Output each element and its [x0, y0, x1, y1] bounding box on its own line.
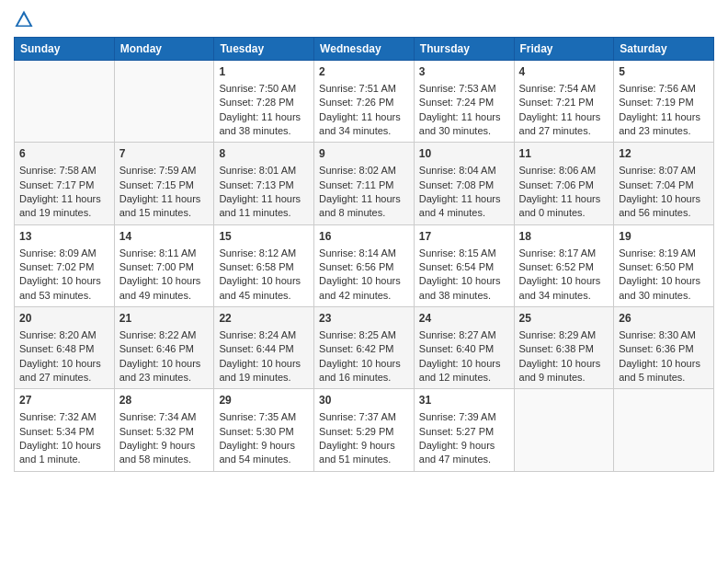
- day-number: 14: [119, 229, 210, 245]
- day-info: Sunrise: 8:17 AM: [519, 247, 609, 260]
- calendar-cell: 14Sunrise: 8:11 AMSunset: 7:00 PMDayligh…: [114, 224, 214, 306]
- calendar-cell: 21Sunrise: 8:22 AMSunset: 6:46 PMDayligh…: [114, 307, 214, 389]
- day-info: Daylight: 10 hours and 16 minutes.: [319, 357, 409, 385]
- day-info: Sunrise: 8:19 AM: [619, 247, 709, 260]
- day-info: Sunset: 5:29 PM: [319, 425, 409, 439]
- day-header-saturday: Saturday: [614, 38, 714, 61]
- day-info: Sunset: 7:06 PM: [519, 178, 609, 192]
- calendar-cell: 17Sunrise: 8:15 AMSunset: 6:54 PMDayligh…: [414, 224, 514, 306]
- calendar-cell: [514, 389, 614, 471]
- day-header-sunday: Sunday: [15, 38, 115, 61]
- day-info: Sunset: 7:00 PM: [119, 260, 210, 274]
- calendar-cell: [15, 61, 115, 143]
- day-number: 19: [619, 229, 709, 245]
- day-info: Sunset: 5:30 PM: [219, 425, 309, 439]
- day-info: Daylight: 10 hours and 38 minutes.: [419, 274, 509, 303]
- calendar: SundayMondayTuesdayWednesdayThursdayFrid…: [14, 37, 714, 472]
- day-info: Sunrise: 8:27 AM: [419, 328, 509, 342]
- day-number: 23: [319, 311, 409, 327]
- day-number: 4: [519, 64, 609, 80]
- calendar-cell: 25Sunrise: 8:29 AMSunset: 6:38 PMDayligh…: [514, 307, 614, 389]
- calendar-cell: 16Sunrise: 8:14 AMSunset: 6:56 PMDayligh…: [314, 224, 415, 306]
- day-info: Sunrise: 7:53 AM: [419, 82, 509, 96]
- day-info: Sunset: 5:34 PM: [19, 425, 109, 439]
- calendar-cell: 12Sunrise: 8:07 AMSunset: 7:04 PMDayligh…: [614, 143, 714, 224]
- day-info: Daylight: 11 hours and 0 minutes.: [519, 192, 609, 221]
- day-number: 29: [219, 393, 309, 408]
- logo: [14, 9, 36, 29]
- calendar-week-1: 1Sunrise: 7:50 AMSunset: 7:28 PMDaylight…: [15, 61, 714, 143]
- day-info: Sunset: 7:19 PM: [619, 96, 709, 109]
- day-info: Sunrise: 8:07 AM: [619, 164, 709, 178]
- day-number: 24: [419, 311, 509, 327]
- header: [14, 9, 714, 29]
- calendar-cell: [114, 61, 214, 143]
- day-number: 13: [19, 229, 109, 245]
- day-info: Sunrise: 7:37 AM: [319, 410, 409, 424]
- day-info: Daylight: 9 hours and 54 minutes.: [219, 439, 309, 467]
- day-number: 7: [119, 146, 210, 162]
- day-number: 21: [119, 311, 210, 327]
- day-info: Sunrise: 8:09 AM: [19, 247, 109, 260]
- day-info: Sunrise: 7:51 AM: [319, 82, 409, 96]
- day-number: 2: [319, 64, 409, 80]
- calendar-week-4: 20Sunrise: 8:20 AMSunset: 6:48 PMDayligh…: [15, 307, 714, 389]
- day-info: Sunrise: 8:14 AM: [319, 247, 409, 260]
- day-info: Sunrise: 8:30 AM: [619, 328, 709, 342]
- logo-icon: [14, 9, 34, 29]
- day-info: Sunset: 6:40 PM: [419, 342, 509, 356]
- day-info: Daylight: 11 hours and 23 minutes.: [619, 110, 709, 139]
- day-info: Sunset: 5:32 PM: [119, 425, 210, 439]
- calendar-cell: 8Sunrise: 8:01 AMSunset: 7:13 PMDaylight…: [214, 143, 314, 224]
- calendar-cell: 15Sunrise: 8:12 AMSunset: 6:58 PMDayligh…: [214, 224, 314, 306]
- day-info: Daylight: 10 hours and 34 minutes.: [519, 274, 609, 303]
- day-info: Sunrise: 8:12 AM: [219, 247, 309, 260]
- day-info: Sunset: 6:50 PM: [619, 260, 709, 274]
- day-info: Sunset: 6:38 PM: [519, 342, 609, 356]
- day-info: Sunrise: 8:25 AM: [319, 328, 409, 342]
- day-info: Daylight: 11 hours and 15 minutes.: [119, 192, 210, 221]
- calendar-cell: 9Sunrise: 8:02 AMSunset: 7:11 PMDaylight…: [314, 143, 415, 224]
- calendar-week-2: 6Sunrise: 7:58 AMSunset: 7:17 PMDaylight…: [15, 143, 714, 224]
- day-info: Sunrise: 7:59 AM: [119, 164, 210, 178]
- day-info: Daylight: 11 hours and 11 minutes.: [219, 192, 309, 221]
- day-header-friday: Friday: [514, 38, 614, 61]
- day-info: Sunrise: 8:04 AM: [419, 164, 509, 178]
- day-info: Daylight: 10 hours and 45 minutes.: [219, 274, 309, 303]
- day-info: Daylight: 11 hours and 30 minutes.: [419, 110, 509, 139]
- day-header-thursday: Thursday: [414, 38, 514, 61]
- day-info: Sunset: 6:44 PM: [219, 342, 309, 356]
- day-info: Daylight: 10 hours and 42 minutes.: [319, 274, 409, 303]
- day-info: Daylight: 10 hours and 30 minutes.: [619, 274, 709, 303]
- day-number: 28: [119, 393, 210, 408]
- calendar-week-3: 13Sunrise: 8:09 AMSunset: 7:02 PMDayligh…: [15, 224, 714, 306]
- calendar-cell: 23Sunrise: 8:25 AMSunset: 6:42 PMDayligh…: [314, 307, 415, 389]
- day-info: Sunset: 5:27 PM: [419, 425, 509, 439]
- day-info: Daylight: 11 hours and 34 minutes.: [319, 110, 409, 139]
- day-info: Sunset: 7:11 PM: [319, 178, 409, 192]
- day-number: 3: [419, 64, 509, 80]
- day-info: Sunrise: 8:24 AM: [219, 328, 309, 342]
- calendar-cell: 29Sunrise: 7:35 AMSunset: 5:30 PMDayligh…: [214, 389, 314, 471]
- calendar-cell: 11Sunrise: 8:06 AMSunset: 7:06 PMDayligh…: [514, 143, 614, 224]
- day-info: Daylight: 11 hours and 8 minutes.: [319, 192, 409, 221]
- calendar-cell: 4Sunrise: 7:54 AMSunset: 7:21 PMDaylight…: [514, 61, 614, 143]
- day-info: Daylight: 10 hours and 23 minutes.: [119, 357, 210, 385]
- day-info: Sunset: 7:15 PM: [119, 178, 210, 192]
- day-info: Sunrise: 8:15 AM: [419, 247, 509, 260]
- calendar-cell: 10Sunrise: 8:04 AMSunset: 7:08 PMDayligh…: [414, 143, 514, 224]
- day-info: Daylight: 11 hours and 4 minutes.: [419, 192, 509, 221]
- day-info: Sunrise: 8:20 AM: [19, 328, 109, 342]
- day-info: Sunset: 7:21 PM: [519, 96, 609, 109]
- calendar-cell: 7Sunrise: 7:59 AMSunset: 7:15 PMDaylight…: [114, 143, 214, 224]
- day-info: Sunrise: 8:11 AM: [119, 247, 210, 260]
- day-info: Sunset: 7:28 PM: [219, 96, 309, 109]
- day-info: Sunrise: 8:06 AM: [519, 164, 609, 178]
- day-info: Sunset: 6:52 PM: [519, 260, 609, 274]
- calendar-cell: 22Sunrise: 8:24 AMSunset: 6:44 PMDayligh…: [214, 307, 314, 389]
- day-info: Sunset: 6:56 PM: [319, 260, 409, 274]
- day-info: Sunrise: 8:22 AM: [119, 328, 210, 342]
- calendar-cell: 27Sunrise: 7:32 AMSunset: 5:34 PMDayligh…: [15, 389, 115, 471]
- day-info: Sunset: 6:46 PM: [119, 342, 210, 356]
- day-info: Daylight: 10 hours and 53 minutes.: [19, 274, 109, 303]
